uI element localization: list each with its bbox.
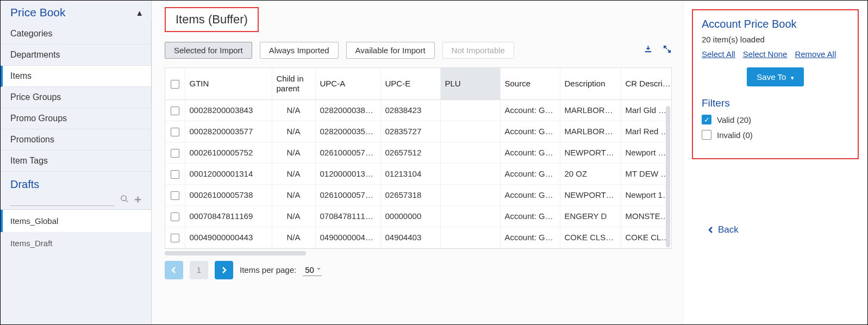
cell-cr-description: Marl Gld Bo…	[621, 99, 672, 121]
cell-child: N/A	[272, 227, 315, 248]
select-none-link[interactable]: Select None	[743, 49, 788, 59]
svg-point-0	[121, 196, 126, 201]
right-panel: Account Price Book 20 item(s) loaded Sel…	[683, 1, 867, 324]
cell-source: Account: Gr…	[500, 121, 560, 142]
table-row[interactable]: 00026100005752N/A0261000057…02657512Acco…	[165, 142, 672, 163]
table-row[interactable]: 00070847811169N/A0708478111…00000000Acco…	[165, 205, 672, 227]
pager-page-1: 1	[190, 261, 208, 279]
cell-description: MARLBORO …	[560, 121, 621, 142]
cell-plu	[440, 205, 500, 227]
cell-upce: 02657512	[380, 142, 440, 163]
back-link[interactable]: Back	[692, 224, 859, 235]
cell-upca: 0282000038…	[315, 99, 380, 121]
cell-source: Account: Gr…	[500, 184, 560, 205]
tabs-actions	[644, 45, 672, 57]
items-loaded-text: 20 item(s) loaded	[702, 35, 849, 44]
sidebar-item-items[interactable]: Items	[1, 66, 151, 87]
cell-description: MARLBORO …	[560, 99, 621, 121]
header-checkbox[interactable]	[165, 68, 185, 99]
cell-plu	[440, 142, 500, 163]
drafts-search-input[interactable]	[10, 194, 115, 206]
sidebar-item-promo-groups[interactable]: Promo Groups	[1, 108, 151, 129]
row-checkbox[interactable]	[165, 163, 185, 184]
items-per-page-select[interactable]: 50	[303, 264, 322, 276]
pager-prev-button[interactable]	[165, 261, 183, 279]
pager: 1 Items per page: 50	[165, 261, 672, 279]
draft-item-items_global[interactable]: Items_Global	[1, 210, 151, 232]
tab-always-imported[interactable]: Always Imported	[260, 42, 339, 59]
col-source[interactable]: Source	[500, 68, 560, 99]
cell-gtin: 00049000000443	[185, 227, 272, 248]
sidebar-item-categories[interactable]: Categories	[1, 23, 151, 45]
sidebar-header-drafts[interactable]: Drafts	[1, 172, 151, 194]
filter-row: Invalid (0)	[702, 130, 849, 140]
cell-child: N/A	[272, 184, 315, 205]
account-pricebook-panel: Account Price Book 20 item(s) loaded Sel…	[692, 9, 859, 159]
col-upca[interactable]: UPC-A	[315, 68, 380, 99]
cell-source: Account: Gr…	[500, 227, 560, 248]
cell-source: Account: Gr…	[500, 142, 560, 163]
col-child[interactable]: Child in parent	[272, 68, 315, 99]
cell-cr-description: Marl Red Bo…	[621, 121, 672, 142]
table-row[interactable]: 00049000000443N/A0490000004…04904403Acco…	[165, 227, 672, 248]
cell-cr-description: MT DEW 20…	[621, 163, 672, 184]
cell-upce: 02838423	[380, 99, 440, 121]
cell-gtin: 00012000001314	[185, 163, 272, 184]
cell-plu	[440, 121, 500, 142]
remove-all-link[interactable]: Remove All	[795, 49, 836, 59]
col-description[interactable]: Description	[560, 68, 621, 99]
cell-child: N/A	[272, 205, 315, 227]
filter-checkbox[interactable]	[702, 130, 711, 140]
col-plu[interactable]: PLU	[440, 68, 500, 99]
plus-icon[interactable]: +	[134, 196, 141, 204]
col-cr-description[interactable]: CR Description	[621, 68, 672, 99]
table-row[interactable]: 00012000001314N/A0120000013…01213104Acco…	[165, 163, 672, 184]
chevron-down-icon: ▾	[791, 74, 794, 81]
table-row[interactable]: 00028200003577N/A0282000035…02835727Acco…	[165, 121, 672, 142]
cell-cr-description: MONSTER E…	[621, 205, 672, 227]
table-row[interactable]: 00026100005738N/A0261000057…02657318Acco…	[165, 184, 672, 205]
row-checkbox[interactable]	[165, 99, 185, 121]
table-scrollbar-horizontal[interactable]	[165, 251, 306, 255]
draft-item-items_draft[interactable]: Items_Draft	[1, 232, 151, 254]
table-row[interactable]: 00028200003843N/A0282000038…02838423Acco…	[165, 99, 672, 121]
sidebar-item-departments[interactable]: Departments	[1, 45, 151, 66]
pager-next-button[interactable]	[215, 261, 233, 279]
sidebar-item-item-tags[interactable]: Item Tags	[1, 151, 151, 172]
tab-selected-for-import[interactable]: Selected for Import	[165, 42, 252, 59]
row-checkbox[interactable]	[165, 142, 185, 163]
back-label: Back	[718, 224, 739, 235]
save-to-button[interactable]: Save To ▾	[747, 67, 803, 86]
cell-gtin: 00070847811169	[185, 205, 272, 227]
cell-description: 20 OZ	[560, 163, 621, 184]
main-content: Items (Buffer) Selected for ImportAlways…	[152, 1, 683, 324]
col-gtin[interactable]: GTIN	[185, 68, 272, 99]
filter-checkbox[interactable]: ✓	[702, 115, 711, 124]
cell-plu	[440, 163, 500, 184]
row-checkbox[interactable]	[165, 205, 185, 227]
cell-plu	[440, 184, 500, 205]
sidebar-header-label: Price Book	[10, 6, 66, 19]
cell-child: N/A	[272, 121, 315, 142]
items-per-page-label: Items per page:	[240, 265, 296, 274]
save-to-label: Save To	[757, 72, 786, 82]
sidebar-item-promotions[interactable]: Promotions	[1, 129, 151, 151]
download-icon[interactable]	[644, 45, 653, 57]
cell-upce: 04904403	[380, 227, 440, 248]
cell-upca: 0261000057…	[315, 142, 380, 163]
search-icon[interactable]	[120, 195, 129, 206]
svg-rect-2	[645, 51, 651, 52]
select-all-link[interactable]: Select All	[702, 49, 735, 59]
sidebar-header-pricebook[interactable]: Price Book ▲	[1, 1, 151, 23]
row-checkbox[interactable]	[165, 227, 185, 248]
tab-available-for-import[interactable]: Available for Import	[346, 42, 435, 59]
row-checkbox[interactable]	[165, 184, 185, 205]
col-upce[interactable]: UPC-E	[380, 68, 440, 99]
table-scrollbar-vertical[interactable]	[666, 106, 670, 247]
row-checkbox[interactable]	[165, 121, 185, 142]
svg-line-1	[126, 200, 128, 202]
selection-links: Select All Select None Remove All	[702, 49, 849, 59]
sidebar-item-price-groups[interactable]: Price Groups	[1, 87, 151, 108]
expand-icon[interactable]	[663, 45, 672, 57]
cell-upce: 02835727	[380, 121, 440, 142]
